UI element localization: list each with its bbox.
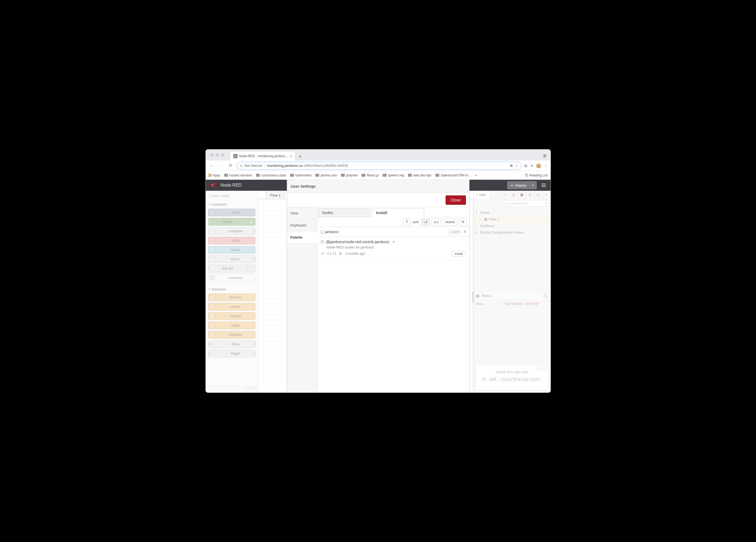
star-icon[interactable]: ☆ <box>515 163 518 168</box>
tab-install[interactable]: Install <box>372 208 424 217</box>
nav-view[interactable]: View <box>287 207 317 219</box>
bookmark-folder[interactable]: hosted services <box>224 173 252 177</box>
sort-relevance-icon: ↓≡ <box>424 220 427 224</box>
reading-list-icon: ☰ <box>525 173 528 177</box>
security-label: Not Secure <box>244 163 262 168</box>
chevron-down-icon[interactable]: ▾ <box>546 201 547 205</box>
search-in-selection-icon[interactable]: 🔍 <box>543 293 548 299</box>
palette-node-status[interactable]: ∿status <box>208 246 255 254</box>
reload-icon[interactable]: ⟳ <box>227 163 234 168</box>
palette-node-catch[interactable]: !catch <box>208 236 255 244</box>
user-settings-dialog: User Settings Close View Keyboard Palett… <box>287 180 469 393</box>
tree-subflows[interactable]: ▸Subflows <box>474 222 551 229</box>
apps-button[interactable]: Apps <box>209 173 220 177</box>
close-tab-icon[interactable]: × <box>290 154 292 158</box>
workspace-tab-flow1[interactable]: Flow 1 <box>266 191 285 199</box>
nav-forward-icon[interactable]: → <box>218 163 224 168</box>
sidebar-splitter[interactable] <box>473 292 474 303</box>
refresh-icon: ⟳ <box>462 220 465 224</box>
sidebar-tab-menu-icon[interactable]: ▾ <box>542 191 551 199</box>
main-menu-button[interactable] <box>540 181 548 189</box>
nav-back-icon[interactable]: ← <box>209 163 215 168</box>
browser-tab[interactable]: Node-RED : monitoring.jambon… × <box>230 152 295 160</box>
sort-relevance-button[interactable]: ↓≡ <box>421 218 430 226</box>
palette-node-debug[interactable]: debug≣ <box>208 218 255 226</box>
bookmarks-overflow-icon[interactable]: » <box>475 173 477 177</box>
palette-node-switch[interactable]: ⤡switch <box>208 303 255 311</box>
clear-search-icon[interactable]: ✕ <box>463 230 466 234</box>
sidebar-search-input[interactable]: Search flows ▾ <box>504 200 549 206</box>
app-menu-icon[interactable]: ◉ <box>543 153 547 158</box>
palette-node-delay[interactable]: ◷delay <box>208 340 255 348</box>
profile-avatar[interactable] <box>536 163 541 168</box>
palette-category-common[interactable]: common <box>207 201 257 208</box>
nodered-logo-icon <box>209 183 218 188</box>
sidebar-tab-help-icon[interactable]: i <box>501 191 509 199</box>
bookmark-folder[interactable]: phone.com <box>315 173 337 177</box>
window-controls[interactable] <box>210 153 224 157</box>
palette-node-range[interactable]: ↔range <box>208 322 255 329</box>
chrome-menu-icon[interactable]: ⋮ <box>544 163 548 168</box>
tree-global-config[interactable]: ▸Global Configuration Nodes <box>474 229 551 235</box>
tip-close-icon[interactable]: × <box>542 366 547 371</box>
sidebar-tab-book-icon[interactable]: ▥ <box>509 191 518 199</box>
bookmark-folder[interactable]: kubernetes <box>290 173 312 177</box>
nav-palette[interactable]: Palette <box>287 231 317 243</box>
palette-node-comment[interactable]: 💬comment <box>208 274 255 282</box>
address-bar[interactable]: ⚠ Not Secure monitoring.jambonz.us:1880/… <box>237 162 521 169</box>
upload-module-button[interactable]: ⤒ <box>403 218 411 226</box>
svg-rect-1 <box>209 184 211 186</box>
bookmark-folder[interactable]: web dev tips <box>408 173 432 177</box>
palette-node-change[interactable]: ↯change <box>208 312 255 320</box>
tip-refresh-icon[interactable]: ⟳ <box>537 366 541 371</box>
key-extra: class="help-key-block" <box>499 377 543 382</box>
install-button[interactable]: install <box>452 251 466 256</box>
tree-flow1[interactable]: ▸▦Flow 1 <box>474 216 551 222</box>
palette-filter-input[interactable] <box>207 192 264 199</box>
sidebar: i info i ▥ 🐞 ⚙ 🗃 ▾ Search f <box>474 191 551 393</box>
sidebar-tab-config-icon[interactable]: ⚙ <box>526 191 534 199</box>
sidebar-tab-info[interactable]: i info <box>474 191 490 199</box>
tree-flows[interactable]: ▾Flows <box>474 209 551 216</box>
palette-node-link-out[interactable]: link out↦ <box>208 265 255 273</box>
palette-expand-button[interactable]: ˅ <box>251 388 256 392</box>
module-name-link[interactable]: @jambonz/node-red-contrib-jambonz <box>326 240 390 244</box>
bookmark-folder[interactable]: Salesforce/CRM in… <box>435 173 471 177</box>
palette-node-function[interactable]: ƒfunction <box>208 294 255 301</box>
bookmark-folder[interactable]: polymer <box>341 173 358 177</box>
external-link-icon[interactable]: ↗ <box>392 240 395 244</box>
catch-icon: ! <box>208 237 216 244</box>
deploy-button[interactable]: ⇥ Deploy ▾ <box>507 181 537 189</box>
deploy-menu-icon[interactable]: ▾ <box>530 183 534 187</box>
refresh-catalog-button[interactable]: ⟳ <box>459 218 467 226</box>
palette-node-link-in[interactable]: ⇥link in <box>208 255 255 263</box>
bookmark-folder[interactable]: React.js <box>362 173 379 177</box>
sidebar-tab-debug-icon[interactable]: 🐞 <box>518 191 526 199</box>
palette-node-inject[interactable]: ➲inject <box>208 208 255 216</box>
security-badge[interactable]: ⚠ Not Secure <box>240 163 262 168</box>
palette-node-trigger[interactable]: ⎍trigger <box>208 350 255 357</box>
tab-nodes[interactable]: Nodes <box>318 208 370 217</box>
module-search-input[interactable] <box>325 230 445 234</box>
puzzle-icon[interactable]: ✦ <box>530 163 533 168</box>
key-and: and <box>488 377 497 382</box>
sidebar-tab-context-icon[interactable]: 🗃 <box>534 191 542 199</box>
delay-icon: ◷ <box>208 341 216 348</box>
palette-node-complete[interactable]: !complete <box>208 227 255 235</box>
translate-icon[interactable]: 🖥 <box>509 163 513 168</box>
palette-collapse-button[interactable]: ˄ <box>246 388 251 392</box>
svg-rect-2 <box>214 183 217 185</box>
nav-keyboard[interactable]: Keyboard <box>287 219 317 231</box>
new-tab-button[interactable]: + <box>296 153 304 160</box>
bookmark-folder[interactable]: coronovirus stats <box>256 173 286 177</box>
extensions-icon[interactable]: ⊞ <box>524 163 527 168</box>
close-button[interactable]: Close <box>446 195 466 205</box>
bookmark-folder[interactable]: speech reg <box>383 173 404 177</box>
palette-category-function[interactable]: function <box>207 286 257 293</box>
sort-az-button[interactable]: a-z <box>431 218 441 226</box>
range-icon: ↔ <box>208 322 216 329</box>
palette-node-template[interactable]: {template <box>208 331 255 339</box>
sort-recent-button[interactable]: recent <box>443 218 457 226</box>
module-version: 2.2.71 <box>327 252 336 255</box>
reading-list-button[interactable]: ☰Reading List <box>525 173 548 177</box>
